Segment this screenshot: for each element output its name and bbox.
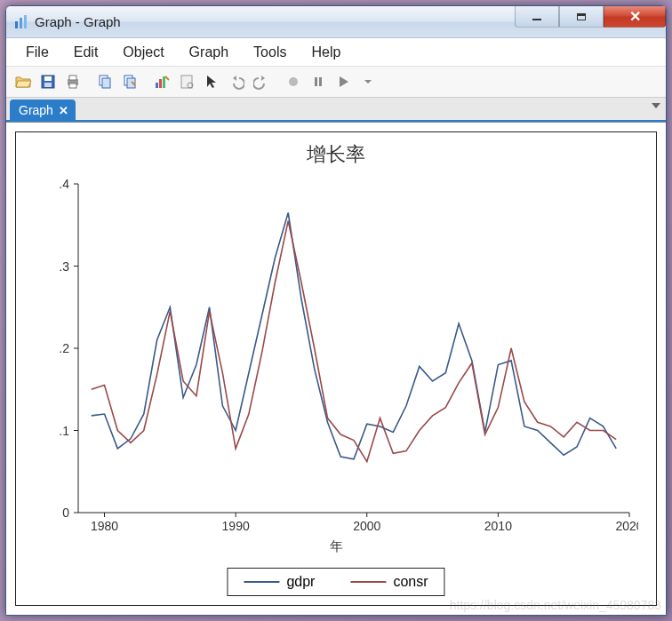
svg-text:.4: .4 (59, 177, 69, 191)
svg-text:0: 0 (62, 506, 69, 520)
tabbar: Graph ✕ (6, 97, 666, 122)
record-icon[interactable] (282, 70, 305, 93)
svg-text:1990: 1990 (222, 519, 250, 533)
window-title: Graph - Graph (35, 14, 121, 29)
svg-rect-8 (69, 84, 76, 88)
window-controls: ✕ (515, 6, 666, 28)
svg-text:2010: 2010 (484, 519, 512, 533)
close-button[interactable]: ✕ (604, 6, 666, 28)
svg-rect-20 (319, 77, 322, 86)
chart-frame: 增长率 0.1.2.3.419801990200020102020 年 gdpr… (15, 131, 657, 606)
play-icon[interactable] (332, 70, 355, 93)
dropdown-icon[interactable] (356, 70, 380, 93)
close-icon: ✕ (629, 8, 641, 25)
tab-label: Graph (19, 103, 53, 117)
svg-rect-13 (156, 83, 158, 88)
legend-label: gdpr (286, 574, 315, 590)
paste-icon[interactable] (118, 70, 141, 93)
pause-icon[interactable] (307, 70, 330, 93)
legend-swatch (350, 581, 386, 583)
chart-title: 增长率 (16, 141, 656, 168)
svg-rect-16 (181, 76, 192, 88)
x-axis-label: 年 (16, 538, 656, 555)
copy-icon[interactable] (93, 70, 116, 93)
maximize-icon (577, 13, 586, 20)
menu-help[interactable]: Help (300, 41, 351, 64)
graph-edit-icon[interactable] (150, 70, 173, 93)
chart-plot: 0.1.2.3.419801990200020102020 (34, 175, 638, 548)
svg-rect-5 (44, 83, 52, 87)
legend-swatch (244, 581, 279, 583)
svg-rect-1 (20, 18, 22, 28)
menu-edit[interactable]: Edit (63, 41, 109, 64)
cursor-icon[interactable] (200, 70, 223, 93)
maximize-button[interactable] (559, 6, 604, 28)
app-icon (13, 14, 29, 30)
minimize-icon (532, 19, 541, 20)
svg-rect-10 (102, 78, 110, 88)
svg-text:1980: 1980 (91, 519, 118, 533)
tabbar-chevron-icon[interactable] (652, 103, 660, 108)
svg-rect-0 (15, 21, 18, 28)
chart-container: 增长率 0.1.2.3.419801990200020102020 年 gdpr… (6, 122, 666, 615)
print-icon[interactable] (61, 70, 84, 93)
svg-text:.2: .2 (59, 341, 69, 355)
svg-rect-19 (315, 77, 317, 86)
svg-rect-7 (69, 76, 76, 80)
menu-object[interactable]: Object (112, 41, 174, 64)
svg-text:2000: 2000 (353, 519, 380, 533)
legend: gdpr consr (227, 568, 444, 596)
svg-rect-4 (44, 76, 52, 81)
minimize-button[interactable] (515, 6, 559, 28)
tab-graph[interactable]: Graph ✕ (10, 100, 76, 120)
menu-graph[interactable]: Graph (179, 41, 239, 64)
titlebar[interactable]: Graph - Graph ✕ (6, 6, 666, 38)
tab-close-icon[interactable]: ✕ (59, 104, 68, 117)
svg-text:.3: .3 (59, 259, 69, 274)
legend-item-gdpr: gdpr (244, 574, 315, 590)
open-icon[interactable] (12, 70, 35, 93)
menubar: File Edit Object Graph Tools Help (6, 38, 666, 67)
save-icon[interactable] (36, 70, 60, 93)
undo-icon[interactable] (225, 70, 248, 93)
redo-icon[interactable] (250, 70, 273, 93)
svg-rect-15 (163, 76, 165, 88)
page-icon[interactable] (175, 70, 198, 93)
svg-rect-2 (24, 15, 27, 28)
svg-rect-14 (159, 79, 162, 88)
legend-label: consr (393, 574, 428, 590)
legend-item-consr: consr (350, 574, 428, 590)
svg-text:2020: 2020 (615, 519, 638, 533)
svg-point-18 (289, 77, 298, 86)
svg-text:.1: .1 (59, 424, 69, 438)
app-window: Graph - Graph ✕ File Edit Object Graph T… (5, 5, 667, 616)
toolbar (6, 67, 666, 97)
menu-file[interactable]: File (15, 41, 60, 64)
menu-tools[interactable]: Tools (243, 41, 297, 64)
